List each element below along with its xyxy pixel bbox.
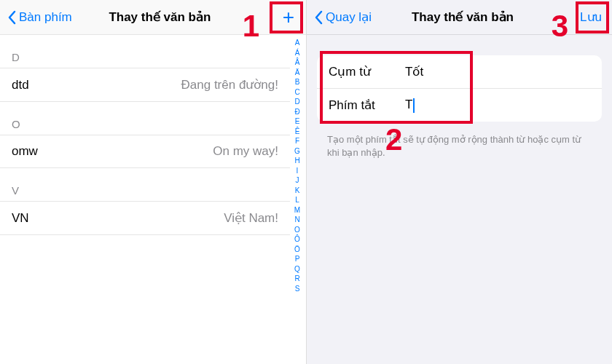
index-letter[interactable]: E [295,116,300,127]
index-letter[interactable]: M [294,205,300,215]
save-button[interactable]: Lưu [577,9,605,25]
index-letter[interactable]: G [294,146,300,157]
index-letter[interactable]: Q [294,264,300,274]
index-letter[interactable]: O [294,225,300,235]
navbar-right: Quay lại Thay thế văn bản Lưu [307,0,612,35]
index-letter[interactable]: C [294,87,299,98]
shortcut-input-value: T [405,98,412,111]
index-letter[interactable]: B [295,77,300,87]
phrase-label: Cụm từ [329,64,405,79]
shortcut-expansion: Đang trên đường! [181,77,278,92]
index-letter[interactable]: P [295,254,300,264]
phrase-input[interactable]: Tốt [405,64,590,79]
list-item[interactable]: VN Việt Nam! [0,201,290,235]
index-letter[interactable]: D [294,97,299,107]
chevron-left-icon [314,10,323,25]
index-letter[interactable]: R [294,274,299,284]
section-header: V [0,168,290,201]
section-header: O [0,102,290,135]
screen-text-replacement-list: Bàn phím Thay thế văn bản + D dtd Đang t… [0,0,306,364]
index-letter[interactable]: J [296,175,299,186]
page-title-right: Thay thế văn bản [372,9,554,25]
index-letter[interactable]: Ê [295,127,300,137]
edit-form-card: Cụm từ Tốt Phím tắt T [317,55,602,122]
index-letter[interactable]: L [295,195,299,205]
back-button-keyboard[interactable]: Bàn phím [7,10,72,25]
shortcut-row[interactable]: Phím tắt T [317,88,602,122]
index-letter[interactable]: A [295,38,300,48]
index-letter[interactable]: Ä [295,68,300,78]
shortcut-label: Phím tắt [329,98,405,113]
list-item[interactable]: omw On my way! [0,135,290,168]
add-button[interactable]: + [278,7,299,28]
shortcut-key: omw [12,144,38,159]
shortcut-expansion: Việt Nam! [224,210,278,226]
shortcut-key: dtd [12,78,29,92]
page-title-left: Thay thế văn bản [72,9,248,25]
back-button-return[interactable]: Quay lại [314,9,372,25]
index-letter[interactable]: H [294,156,299,166]
index-letter[interactable]: K [295,186,300,196]
navbar-left: Bàn phím Thay thế văn bản + [0,0,306,35]
replacement-list: D dtd Đang trên đường! O omw On my way! … [0,35,306,235]
form-hint-text: Tạo một phím tắt sẽ tự động mở rộng thàn… [307,127,612,159]
phrase-row[interactable]: Cụm từ Tốt [317,55,602,88]
index-letter[interactable]: Â [295,58,300,68]
list-item[interactable]: dtd Đang trên đường! [0,68,290,102]
index-letter[interactable]: S [295,284,300,294]
index-letter[interactable]: Ö [294,245,300,255]
back-label: Bàn phím [19,10,72,25]
index-letter[interactable]: Á [295,48,300,58]
shortcut-input[interactable]: T [405,98,590,113]
index-letter[interactable]: Đ [294,107,299,117]
chevron-left-icon [7,10,16,25]
index-letter[interactable]: N [294,215,299,225]
shortcut-expansion: On my way! [213,144,278,159]
section-header: D [0,35,290,68]
text-cursor-icon [413,98,415,113]
index-letter[interactable]: F [295,136,299,146]
alphabet-index-rail[interactable]: AÁÂÄBCDĐEÊFGHIJKLMNOÔÖPQRS [291,38,303,293]
shortcut-key: VN [12,211,29,226]
index-letter[interactable]: Ô [294,234,300,245]
screen-text-replacement-edit: Quay lại Thay thế văn bản Lưu Cụm từ Tốt… [306,0,612,364]
back-label: Quay lại [326,9,372,25]
index-letter[interactable]: I [297,166,299,176]
